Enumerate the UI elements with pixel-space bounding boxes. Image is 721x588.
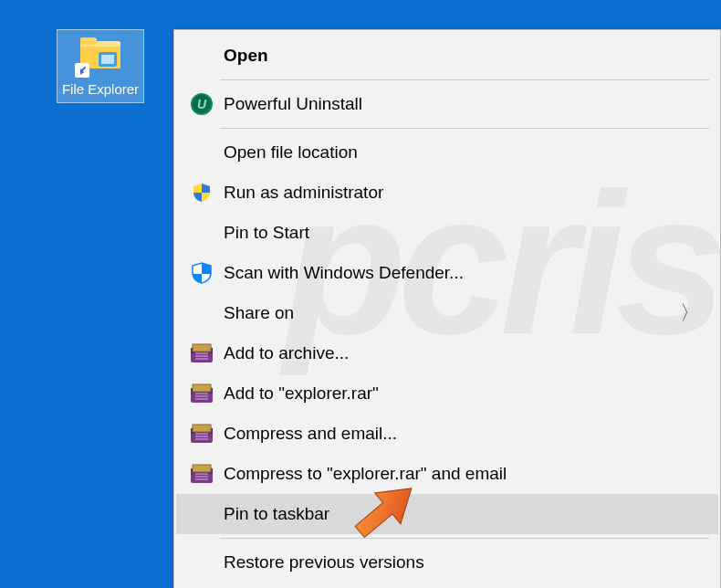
- context-menu: pcrisk.com Open U Powerful Uninstall Ope…: [173, 29, 721, 588]
- winrar-icon: [185, 339, 218, 368]
- svg-text:U: U: [197, 97, 207, 111]
- menu-item-add-to-archive[interactable]: Add to archive...: [176, 333, 718, 373]
- menu-item-pin-to-start[interactable]: Pin to Start: [176, 213, 718, 253]
- svg-rect-11: [193, 344, 211, 352]
- menu-item-add-to-explorer-rar[interactable]: Add to "explorer.rar": [176, 373, 718, 414]
- menu-separator: [220, 128, 709, 129]
- svg-rect-19: [193, 425, 211, 432]
- menu-item-compress-to-explorer-rar-email[interactable]: Compress to "explorer.rar" and email: [176, 454, 718, 494]
- menu-item-powerful-uninstall[interactable]: U Powerful Uninstall: [176, 84, 718, 124]
- iobit-icon: U: [185, 89, 218, 119]
- menu-item-compress-and-email[interactable]: Compress and email...: [176, 414, 718, 454]
- menu-item-share-on[interactable]: Share on 〉: [176, 293, 718, 333]
- blank-icon: [185, 299, 218, 328]
- menu-item-restore-previous-versions[interactable]: Restore previous versions: [176, 542, 718, 583]
- chevron-right-icon: 〉: [680, 299, 702, 327]
- menu-item-run-as-admin[interactable]: Run as administrator: [176, 173, 718, 213]
- winrar-icon: [185, 419, 218, 448]
- blank-icon: [185, 41, 218, 70]
- winrar-icon: [185, 379, 218, 408]
- svg-rect-4: [101, 55, 114, 64]
- svg-rect-1: [80, 37, 97, 45]
- blank-icon: [185, 138, 218, 167]
- menu-separator: [220, 538, 709, 539]
- svg-rect-23: [193, 465, 211, 472]
- menu-item-open-file-location[interactable]: Open file location: [176, 132, 718, 173]
- menu-separator: [220, 79, 709, 80]
- blank-icon: [185, 499, 218, 529]
- blank-icon: [185, 548, 218, 577]
- defender-shield-icon: [185, 258, 218, 288]
- uac-shield-icon: [185, 178, 218, 207]
- desktop-shortcut-label: File Explorer: [59, 81, 141, 97]
- file-explorer-icon: [59, 34, 141, 78]
- desktop-shortcut-file-explorer[interactable]: File Explorer: [57, 29, 144, 103]
- menu-item-scan-defender[interactable]: Scan with Windows Defender...: [176, 253, 718, 293]
- menu-item-open[interactable]: Open: [176, 36, 718, 76]
- blank-icon: [185, 218, 218, 247]
- menu-item-pin-to-taskbar[interactable]: Pin to taskbar: [176, 494, 718, 534]
- winrar-icon: [185, 459, 218, 488]
- svg-rect-15: [193, 384, 211, 392]
